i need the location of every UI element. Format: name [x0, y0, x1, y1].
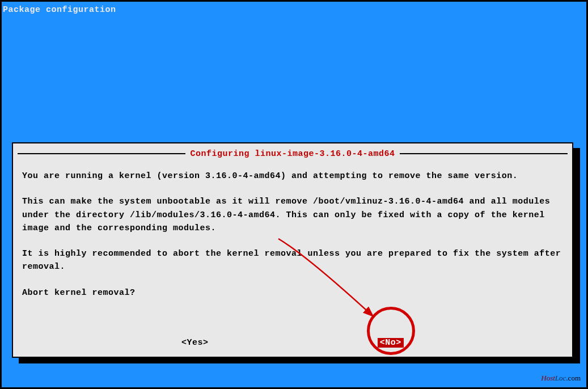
warning-para-1: You are running a kernel (version 3.16.0…: [22, 170, 563, 183]
watermark-brand1: Host: [541, 374, 555, 382]
terminal-screen: Package configuration Configuring linux-…: [2, 2, 586, 387]
watermark: HostLoc.com: [541, 374, 581, 383]
warning-para-2: This can make the system unbootable as i…: [22, 195, 563, 235]
dialog-title: Configuring linux-image-3.16.0-4-amd64: [185, 149, 399, 159]
config-dialog: Configuring linux-image-3.16.0-4-amd64 Y…: [12, 142, 573, 358]
warning-para-3: It is highly recommended to abort the ke…: [22, 247, 563, 274]
dialog-buttons: <Yes> <No>: [18, 338, 568, 348]
dialog-content: You are running a kernel (version 3.16.0…: [22, 170, 563, 299]
dialog-title-bar: Configuring linux-image-3.16.0-4-amd64: [18, 148, 568, 159]
package-config-header: Package configuration: [2, 2, 586, 18]
watermark-brand2: Loc: [555, 374, 566, 382]
prompt-question: Abort kernel removal?: [22, 286, 563, 299]
watermark-suffix: .com: [566, 374, 581, 382]
yes-button[interactable]: <Yes>: [181, 338, 209, 348]
no-button[interactable]: <No>: [378, 338, 404, 348]
